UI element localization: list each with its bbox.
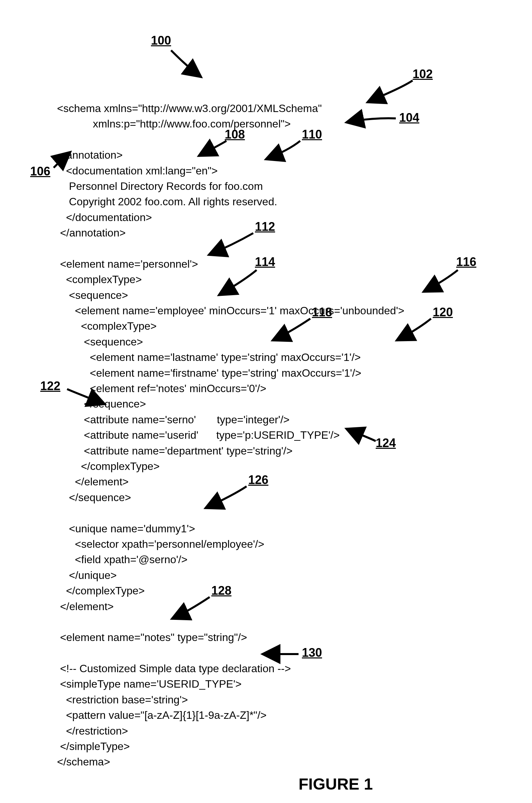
figure-canvas: 100 102 104 106 108 110 112 114 116 118 … xyxy=(20,14,512,789)
code-line: <selector xpath='personnel/employee'/> xyxy=(57,538,264,550)
code-line: <pattern value="[a-zA-Z]{1}[1-9a-zA-Z]*"… xyxy=(57,709,267,721)
ref-106: 106 xyxy=(30,164,50,178)
code-line: Personnel Directory Records for foo.com xyxy=(57,180,263,192)
code-line: </documentation> xyxy=(57,211,152,223)
code-line: <documentation xml:lang="en"> xyxy=(57,165,218,177)
code-line: <element name="notes" type="string"/> xyxy=(57,631,247,643)
code-line: </restriction> xyxy=(57,725,128,737)
ref-116: 116 xyxy=(456,255,476,269)
ref-102: 102 xyxy=(413,67,433,81)
code-line: </complexType> xyxy=(57,585,145,597)
code-line: <schema xmlns="http://www.w3.org/2001/XM… xyxy=(57,102,322,114)
code-line: </element> xyxy=(57,476,129,488)
code-line: <attribute name='department' type='strin… xyxy=(57,445,292,457)
arrow-100 xyxy=(164,47,211,85)
code-line: Copyright 2002 foo.com. All rights reser… xyxy=(57,195,277,208)
code-line: </simpleType> xyxy=(57,740,130,752)
code-line: </complexType> xyxy=(57,460,160,472)
figure-caption: FIGURE 1 xyxy=(299,775,373,793)
code-line: <sequence> xyxy=(57,336,143,348)
code-line: </schema> xyxy=(57,756,110,768)
code-line: <field xpath='@serno'/> xyxy=(57,553,188,566)
xml-schema-code: <schema xmlns="http://www.w3.org/2001/XM… xyxy=(57,101,404,770)
code-line: </annotation> xyxy=(57,227,126,239)
code-line: <element name='firstname' type='string' … xyxy=(57,367,361,379)
code-line: <attribute name='serno' type='integer'/> xyxy=(57,414,289,426)
code-line: <annotation> xyxy=(57,149,123,161)
code-line: xmlns:p="http://www.foo.com/personnel"> xyxy=(57,118,291,130)
code-line: <complexType> xyxy=(57,320,157,332)
code-line: <element name='lastname' type='string' m… xyxy=(57,351,361,363)
code-line: </element> xyxy=(57,600,114,612)
code-line: <restriction base='string'> xyxy=(57,694,188,706)
arrow-116 xyxy=(419,267,463,298)
code-line: <attribute name='userid' type='p:USERID_… xyxy=(57,429,340,441)
code-line: <sequence> xyxy=(57,289,128,301)
code-line: <complexType> xyxy=(57,273,142,285)
code-line: </sequence> xyxy=(57,398,146,410)
ref-120: 120 xyxy=(433,305,453,319)
code-line: <simpleType name='USERID_TYPE'> xyxy=(57,678,242,690)
ref-100: 100 xyxy=(151,34,171,47)
code-line: <element ref='notes' minOccurs='0'/> xyxy=(57,382,266,395)
code-line: </sequence> xyxy=(57,491,131,503)
code-line: <!-- Customized Simple data type declara… xyxy=(57,663,291,674)
code-line: </unique> xyxy=(57,569,117,581)
code-line: <unique name='dummy1'> xyxy=(57,522,195,535)
code-line: <element name='personnel'> xyxy=(57,258,198,270)
code-line: <element name='employee' minOccurs='1' m… xyxy=(57,305,404,317)
